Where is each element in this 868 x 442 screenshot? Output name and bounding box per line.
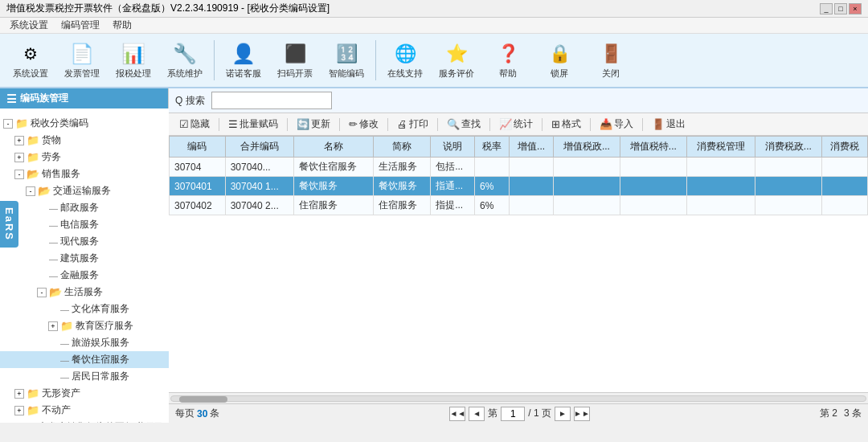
expand-icon-intangible[interactable]: +: [14, 389, 24, 399]
horizontal-scrollbar[interactable]: [169, 392, 868, 403]
expand-icon-root[interactable]: -: [3, 119, 13, 129]
next-page-button[interactable]: ►: [555, 407, 571, 421]
minimize-button[interactable]: _: [820, 3, 833, 14]
maximize-button[interactable]: □: [834, 3, 847, 14]
tax-label: 报税处理: [116, 68, 151, 80]
print-button[interactable]: 🖨 打印: [393, 116, 432, 133]
tree-label-no-sale: 未发生销售行为的不征税项目: [38, 420, 163, 423]
cell-vat-special: [620, 177, 686, 196]
expand-icon-goods[interactable]: +: [14, 136, 24, 145]
tree-item-property[interactable]: + 📁 不动产: [0, 402, 169, 419]
panel-header-icon: ☰: [6, 92, 17, 105]
find-label: 查找: [461, 117, 481, 131]
find-button[interactable]: 🔍 查找: [443, 116, 485, 133]
toolbar-system-maintenance[interactable]: 🔧 系统维护: [161, 37, 209, 84]
search-input[interactable]: [211, 92, 332, 109]
close-window-button[interactable]: ×: [849, 3, 862, 14]
toolbar-system-settings[interactable]: ⚙ 系统设置: [6, 37, 55, 84]
toolbar-lock-screen[interactable]: 🔒 锁屏: [535, 37, 583, 84]
toolbar-tax-processing[interactable]: 📊 报税处理: [109, 37, 158, 84]
tree-item-resident[interactable]: — 居民日常服务: [0, 368, 169, 385]
tree-item-no-sale[interactable]: — 未发生销售行为的不征税项目: [0, 419, 169, 423]
toolbar-online-support[interactable]: 🌐 在线支持: [381, 37, 429, 84]
expand-icon-life[interactable]: -: [37, 288, 47, 297]
last-page-button[interactable]: ►►: [574, 407, 590, 421]
tree-item-labor[interactable]: + 📁 劳务: [0, 149, 169, 166]
table-row[interactable]: 3070401 307040 1... 餐饮服务 餐饮服务 指通... 6%: [170, 177, 868, 196]
table-row[interactable]: 3070402 307040 2... 住宿服务 住宿服务 指提... 6%: [170, 196, 868, 215]
menu-code-management[interactable]: 编码管理: [55, 17, 106, 34]
expand-icon-sales[interactable]: -: [14, 170, 24, 179]
toolbar-smart-code[interactable]: 🔢 智能编码: [322, 37, 371, 84]
col-header-vat-special: 增值税特...: [620, 137, 686, 158]
data-table-container[interactable]: 编码 合并编码 名称 简称 说明 税率 增值... 增值税政... 增值税特..…: [169, 136, 868, 392]
toolbar-scan-invoice[interactable]: ⬛ 扫码开票: [271, 37, 319, 84]
scroll-track[interactable]: [170, 395, 866, 402]
exit-icon: 🚪: [652, 118, 665, 130]
expand-icon-education[interactable]: +: [48, 321, 58, 331]
tree-label-labor: 劳务: [42, 150, 61, 164]
tree-label-root: 税收分类编码: [31, 117, 88, 130]
file-icon-tourism: —: [60, 338, 69, 348]
file-icon-culture: —: [60, 305, 69, 314]
format-button[interactable]: ⊞ 格式: [547, 116, 585, 133]
toolbar-invoice-management[interactable]: 📄 发票管理: [58, 37, 106, 84]
lock-label: 锁屏: [551, 68, 568, 80]
tree-item-finance[interactable]: — 金融服务: [0, 267, 169, 284]
tree-item-culture[interactable]: — 文化体育服务: [0, 301, 169, 317]
tree-item-postal[interactable]: — 邮政服务: [0, 199, 169, 216]
tree-item-telecom[interactable]: — 电信服务: [0, 216, 169, 233]
first-page-button[interactable]: ◄◄: [449, 407, 465, 421]
col-header-vat: 增值...: [510, 137, 554, 158]
toolbar-help[interactable]: ❓ 帮助: [484, 37, 532, 84]
page-number-input[interactable]: [501, 407, 525, 421]
expand-icon-transport[interactable]: -: [26, 186, 35, 196]
hide-button[interactable]: ☑ 隐藏: [175, 116, 214, 133]
sep7: [542, 118, 542, 131]
menu-help[interactable]: 帮助: [106, 17, 138, 34]
tree-item-goods[interactable]: + 📁 货物: [0, 132, 169, 149]
tree-panel[interactable]: - 📁 税收分类编码 + 📁 货物 + 📁 劳务: [0, 108, 169, 423]
exit-button[interactable]: 🚪 退出: [648, 116, 690, 133]
batch-assign-button[interactable]: ☰ 批量赋码: [224, 116, 282, 133]
sep8: [590, 118, 591, 131]
folder-icon-intangible: 📁: [27, 387, 39, 399]
tree-item-education[interactable]: + 📁 教育医疗服务: [0, 317, 169, 334]
expand-icon-property[interactable]: +: [14, 406, 24, 415]
prev-page-button[interactable]: ◄: [469, 407, 485, 421]
menu-system-settings[interactable]: 系统设置: [3, 17, 55, 34]
tree-item-life-service[interactable]: - 📂 生活服务: [0, 284, 169, 301]
tree-item-intangible[interactable]: + 📁 无形资产: [0, 385, 169, 402]
tree-item-construction[interactable]: — 建筑服务: [0, 250, 169, 267]
tree-item-tourism[interactable]: — 旅游娱乐服务: [0, 334, 169, 351]
stats-button[interactable]: 📈 统计: [495, 116, 537, 133]
per-page-unit: 条: [210, 407, 219, 420]
scroll-thumb[interactable]: [179, 396, 227, 403]
import-button[interactable]: 📥 导入: [596, 116, 637, 133]
cell-cons-mgmt: [686, 177, 755, 196]
tree-item-sales-service[interactable]: - 📂 销售服务: [0, 166, 169, 182]
lock-icon: 🔒: [547, 41, 572, 66]
tree-item-transport[interactable]: - 📂 交通运输服务: [0, 182, 169, 199]
toolbar-service-rating[interactable]: ⭐ 服务评价: [432, 37, 481, 84]
table-row[interactable]: 30704 307040... 餐饮住宿服务 生活服务 包括...: [170, 158, 868, 177]
tree-item-restaurant[interactable]: — 餐饮住宿服务: [0, 351, 169, 368]
folder-icon-property: 📁: [27, 404, 39, 416]
customer-service-label: 诺诺客服: [226, 68, 261, 80]
sep2: [287, 118, 288, 131]
expand-icon-labor[interactable]: +: [14, 153, 24, 162]
file-icon-no-sale: —: [27, 423, 35, 424]
hide-label: 隐藏: [190, 117, 210, 131]
tree-item-root[interactable]: - 📁 税收分类编码: [0, 115, 169, 132]
toolbar-close[interactable]: 🚪 关闭: [587, 37, 635, 84]
update-button[interactable]: 🔄 更新: [293, 116, 334, 133]
tree-label-construction: 建筑服务: [60, 252, 99, 265]
toolbar-customer-service[interactable]: 👤 诺诺客服: [219, 37, 268, 84]
sep3: [339, 118, 340, 131]
sep9: [642, 118, 643, 131]
batch-label: 批量赋码: [240, 117, 278, 131]
modify-button[interactable]: ✏ 修改: [345, 116, 383, 133]
tree-item-modern[interactable]: — 现代服务: [0, 233, 169, 250]
per-page-selector: 每页 30 条: [175, 407, 219, 420]
side-tab-ears[interactable]: EaRS: [0, 201, 18, 248]
